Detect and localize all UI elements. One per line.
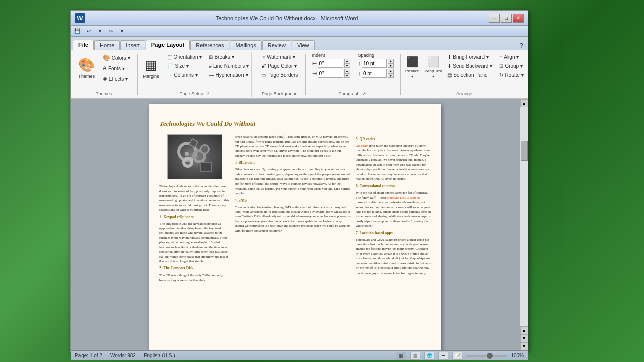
wrap-text-icon: ⬜ [427,56,440,68]
spacing-before-row: ↑ ▲ ▼ [358,59,394,68]
print-layout-button[interactable]: ▦ [396,352,406,360]
effects-button[interactable]: ◈ Effects ▾ [100,74,133,84]
columns-arrow: ▾ [195,72,198,78]
orientation-button[interactable]: ⬚ Orientation ▾ [165,53,205,61]
scroll-down-button[interactable]: ▼ [520,342,528,350]
line-numbers-button[interactable]: # Line Numbers ▾ [206,62,251,70]
rotate-icon: ↻ [499,72,503,78]
document-page[interactable]: Technologies We Could Do Without [149,104,441,350]
orientation-arrow: ▾ [199,54,202,60]
paragraph-content: Indent ⇤ ▲ ▼ ⇥ [312,53,394,90]
draft-button[interactable]: 📝 [452,352,462,360]
themes-button[interactable]: 🎨 Themes [75,53,98,83]
align-button[interactable]: ≡ Align ▾ [497,53,526,61]
colors-button[interactable]: 🎨 Colors ▾ [100,53,133,63]
columns-button[interactable]: ⫠ Columns ▾ [165,71,205,79]
redo-button[interactable]: ↪ [106,27,115,36]
spacing-after-icon: ↓ [358,70,361,76]
scroll-page-down-button[interactable]: ▼ [520,334,528,342]
indent-right-icon: ⇥ [312,70,317,77]
save-button[interactable]: 💾 [73,27,82,36]
section2-heading: 2. The Compact Disk [159,266,230,272]
page-borders-button[interactable]: ▭ Page Borders [259,71,300,79]
send-backward-button[interactable]: ⬇ Send Backward ▾ [445,62,495,70]
watermark-button[interactable]: ≋ Watermark ▾ [259,53,300,61]
margins-button[interactable]: ▦ Margins [140,53,163,83]
group-arrow: ▾ [520,63,523,69]
size-button[interactable]: 📄 Size ▾ [165,62,205,70]
breaks-button[interactable]: ⊞ Breaks ▾ [206,53,251,61]
breaks-label: Breaks [214,54,230,60]
rotate-label: Rotate [505,72,519,78]
tab-page-layout[interactable]: Page Layout [146,40,190,50]
page-setup-expand[interactable]: ↗ [204,90,211,97]
page-color-button[interactable]: 🖌 Page Color ▾ [259,62,300,70]
line-numbers-arrow: ▾ [246,63,249,69]
undo-button[interactable]: ↩ [84,27,93,36]
section6-heading: 6. Conventional cameras [356,184,431,189]
tab-home[interactable]: Home [94,40,120,50]
scroll-page-up-button[interactable]: ▲ [520,326,528,334]
tab-file[interactable]: File [73,40,94,50]
fonts-button[interactable]: A Fonts ▾ [100,63,133,73]
zoom-slider[interactable] [466,355,507,357]
title-bar-left: W [75,13,85,23]
restore-button[interactable]: □ [501,14,512,23]
fonts-arrow: ▾ [122,66,125,71]
section6-body: With the rise of smart phones came the f… [356,190,431,228]
selection-pane-button[interactable]: ▤ Selection Pane [445,71,495,79]
full-reading-button[interactable]: ▤ [410,352,420,360]
indent-left-down[interactable]: ▼ [344,63,350,68]
close-button[interactable]: ✕ [513,14,524,23]
indent-left-up[interactable]: ▲ [344,59,350,63]
scroll-up-button[interactable]: ▲ [520,99,528,107]
scroll-thumb[interactable] [521,141,528,161]
tab-mailings[interactable]: Mailings [230,40,261,50]
text-cursor [283,228,283,233]
spacing-after-row: ↓ ▲ ▼ [358,69,394,78]
spacing-before-up[interactable]: ▲ [388,59,394,63]
spacing-after-up[interactable]: ▲ [388,69,394,73]
page-borders-icon: ▭ [261,72,266,78]
web-layout-button[interactable]: 🌐 [424,352,434,360]
selection-pane-icon: ▤ [447,72,452,78]
spacing-before-down[interactable]: ▼ [388,63,394,68]
section3-body: Other than successfully making you appea… [235,167,351,196]
undo-arrow[interactable]: ▾ [95,27,104,36]
themes-group: 🎨 Themes 🎨 Colors ▾ A Fonts ▾ [73,52,135,97]
tab-review[interactable]: Review [262,40,291,50]
group-button[interactable]: ⊡ Group ▾ [497,62,526,70]
paragraph-expand[interactable]: ↗ [361,90,368,97]
section1-body: The only people who use keypad cellphone… [159,221,230,264]
indent-right-down[interactable]: ▼ [344,73,350,78]
tab-insert[interactable]: Insert [120,40,145,50]
help-button[interactable]: ? [517,41,526,50]
vertical-scrollbar: ▲ ▲ ▼ ▼ [520,99,528,350]
bring-forward-button[interactable]: ⬆ Bring Forward ▾ [445,53,495,61]
effects-icon: ◈ [103,75,107,82]
rotate-button[interactable]: ↻ Rotate ▾ [497,71,526,79]
section4-heading: 4. SMS [235,198,351,204]
sep4 [400,54,401,95]
hyphenation-button[interactable]: — Hyphenation ▾ [206,71,251,79]
spacing-after-input[interactable] [362,69,387,78]
spacing-after-down[interactable]: ▼ [388,73,394,78]
page-background-group: ≋ Watermark ▾ 🖌 Page Color ▾ ▭ Page Bord… [256,52,303,97]
minimize-button[interactable]: ─ [489,14,500,23]
title-bar: W Technologies We Could Do Without.docx … [71,11,528,26]
position-button[interactable]: ⬛ Position ▾ [403,53,422,82]
tab-view[interactable]: View [292,40,315,50]
indent-left-input[interactable] [318,59,343,68]
sep3 [305,54,306,95]
wrap-text-button[interactable]: ⬜ Wrap Text ▾ [424,53,443,82]
outline-button[interactable]: ☰ [438,352,448,360]
tab-references[interactable]: References [190,40,229,50]
size-arrow: ▾ [186,63,189,69]
size-label: Size [175,63,185,69]
zoom-thumb[interactable] [487,353,493,359]
spacing-before-input[interactable] [362,59,387,68]
indent-right-up[interactable]: ▲ [344,69,350,73]
line-numbers-icon: # [209,63,212,69]
customize-qat-button[interactable]: ▾ [117,27,126,36]
indent-right-input[interactable] [318,69,343,78]
